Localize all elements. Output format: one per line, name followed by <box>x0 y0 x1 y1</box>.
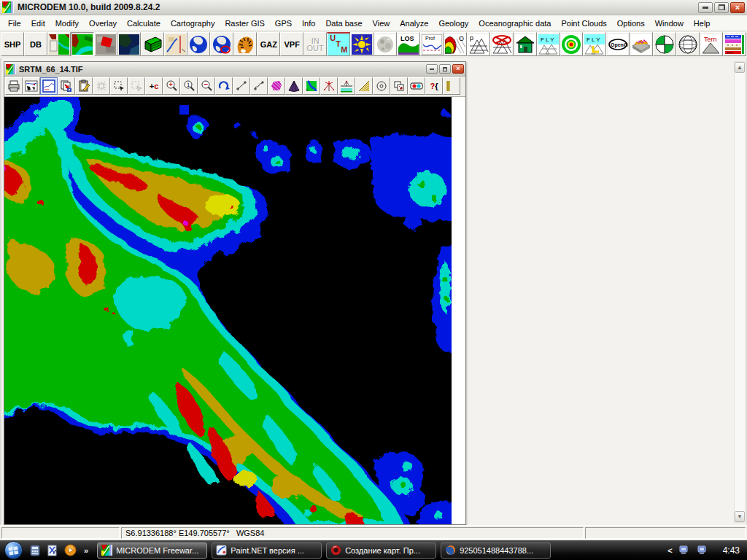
menu-calculate[interactable]: Calculate <box>122 17 166 30</box>
line-of-sight-button[interactable]: LOS <box>397 32 420 56</box>
terrain-3d-button[interactable] <box>630 32 653 56</box>
measure-distance-button[interactable] <box>233 77 250 95</box>
menu-cartography[interactable]: Cartography <box>166 17 220 30</box>
anaglyph-button[interactable] <box>408 77 425 95</box>
route-button[interactable] <box>250 77 268 95</box>
network-status-icon-2[interactable] <box>697 545 712 556</box>
polygon-area-button[interactable] <box>268 77 285 95</box>
open-dem-button[interactable] <box>47 32 71 56</box>
menu-analyze[interactable]: Analyze <box>395 17 433 30</box>
taskbar-item-microdem[interactable]: MICRODEM Freewar... <box>97 542 207 559</box>
geology-section-button[interactable]: O <box>444 32 467 56</box>
intervisibility-button[interactable] <box>320 77 338 95</box>
menu-window[interactable]: Window <box>650 17 689 30</box>
drainage-button[interactable] <box>303 77 320 95</box>
start-button[interactable] <box>4 541 23 559</box>
menu-options[interactable]: Options <box>612 17 650 30</box>
los-profile-button[interactable] <box>338 77 355 95</box>
open-dem2-button[interactable] <box>71 32 94 56</box>
opengl-button[interactable]: OpenGL <box>606 32 630 56</box>
workspace-scrollbar[interactable]: ▲ ▼ <box>734 61 746 523</box>
taskbar-item-browser[interactable]: 925051488443788... <box>441 542 551 559</box>
quadrant-button[interactable] <box>653 32 676 56</box>
satellite-image-button[interactable] <box>94 32 117 56</box>
graphics-app-shortcut[interactable] <box>46 544 59 557</box>
menu-file[interactable]: File <box>3 17 26 30</box>
minimize-button[interactable] <box>698 2 713 13</box>
block-diagram-button[interactable] <box>141 32 164 56</box>
zoom-1to1-button[interactable]: 1 <box>180 77 198 95</box>
profile-button[interactable]: Prof <box>420 32 444 56</box>
fence-remove-button[interactable] <box>490 32 514 56</box>
map-subset-button[interactable] <box>40 77 58 95</box>
menu-edit[interactable]: Edit <box>26 17 50 30</box>
clipboard-button[interactable] <box>75 77 93 95</box>
fly-through-button[interactable]: F L Y <box>537 32 560 56</box>
menu-modify[interactable]: Modify <box>50 17 84 30</box>
menu-data-base[interactable]: Data base <box>320 17 367 30</box>
wireframe-globe-button[interactable] <box>676 32 700 56</box>
map-close-button[interactable]: × <box>452 64 464 74</box>
elevation-map[interactable] <box>4 97 452 524</box>
sun-position-button[interactable] <box>350 32 374 56</box>
menu-oceanographic-data[interactable]: Oceanographic data <box>473 17 556 30</box>
map-minimize-button[interactable] <box>426 64 438 74</box>
building-view-button[interactable] <box>514 32 537 56</box>
shapefile-button[interactable]: SHP <box>1 32 24 56</box>
menu-help[interactable]: Help <box>689 17 716 30</box>
menu-view[interactable]: View <box>368 17 395 30</box>
print-button[interactable] <box>5 77 23 95</box>
menu-overlay[interactable]: Overlay <box>84 17 122 30</box>
menu-info[interactable]: Info <box>297 17 320 30</box>
media-player-shortcut[interactable] <box>63 544 77 557</box>
coastal-image-button[interactable] <box>117 32 141 56</box>
globe-select-button[interactable] <box>210 32 233 56</box>
help-button[interactable]: ?{ <box>425 77 443 95</box>
subset-disabled-button[interactable] <box>128 77 145 95</box>
zoom-in-button[interactable]: + <box>163 77 180 95</box>
zoom-out-button[interactable]: − <box>198 77 215 95</box>
menu-raster-gis[interactable]: Raster GIS <box>220 17 269 30</box>
volume-button[interactable] <box>285 77 303 95</box>
globe-button[interactable] <box>187 32 211 56</box>
quick-launch-chevron[interactable]: » <box>84 546 88 555</box>
fly-route-button[interactable]: F L Y <box>583 32 606 56</box>
scroll-down-arrow[interactable]: ▼ <box>735 511 745 522</box>
geology-map-button[interactable] <box>164 32 187 56</box>
tray-chevron[interactable]: < <box>667 546 672 555</box>
calculator-shortcut[interactable] <box>28 544 42 557</box>
import-export-button[interactable]: INOUT <box>303 32 327 56</box>
map-maximize-button[interactable] <box>439 64 451 74</box>
overflow-button[interactable] <box>443 77 460 95</box>
save-image-button[interactable] <box>58 77 75 95</box>
gazetteer-button[interactable]: GAZ <box>257 32 280 56</box>
taskbar-item-maps-doc[interactable]: Создание карт. Пр... <box>326 542 436 559</box>
network-status-icon[interactable] <box>679 545 694 556</box>
fence-diagram-button[interactable]: p <box>467 32 490 56</box>
tern-simulation-button[interactable]: Tern <box>700 32 723 56</box>
tiger-button[interactable] <box>233 32 257 56</box>
stratcol-button[interactable]: +++ <box>723 32 746 56</box>
utm-button[interactable]: UTM <box>327 32 350 56</box>
taskbar-clock[interactable]: 4:43 <box>723 545 740 556</box>
duplicate-view-button[interactable] <box>390 77 408 95</box>
task-label: Создание карт. Пр... <box>345 546 420 555</box>
moon-position-button[interactable] <box>374 32 397 56</box>
database-button[interactable]: DB <box>24 32 47 56</box>
menu-gps[interactable]: GPS <box>270 17 297 30</box>
range-circle-button[interactable] <box>560 32 584 56</box>
taskbar-item-paintnet[interactable]: Paint.NET версия ... <box>212 542 322 559</box>
menu-geology[interactable]: Geology <box>433 17 473 30</box>
subset-select-button[interactable] <box>110 77 128 95</box>
modify-display-button[interactable] <box>23 77 40 95</box>
redraw-button[interactable] <box>215 77 233 95</box>
weapons-fan-button[interactable] <box>355 77 373 95</box>
full-map-button[interactable] <box>93 77 110 95</box>
restore-button[interactable] <box>714 2 729 13</box>
scroll-up-arrow[interactable]: ▲ <box>735 62 745 73</box>
close-button[interactable]: × <box>730 2 745 13</box>
vpf-button[interactable]: VPF <box>280 32 303 56</box>
menu-point-clouds[interactable]: Point Clouds <box>556 17 611 30</box>
recenter-button[interactable]: +c <box>145 77 163 95</box>
circle-center-button[interactable] <box>373 77 390 95</box>
